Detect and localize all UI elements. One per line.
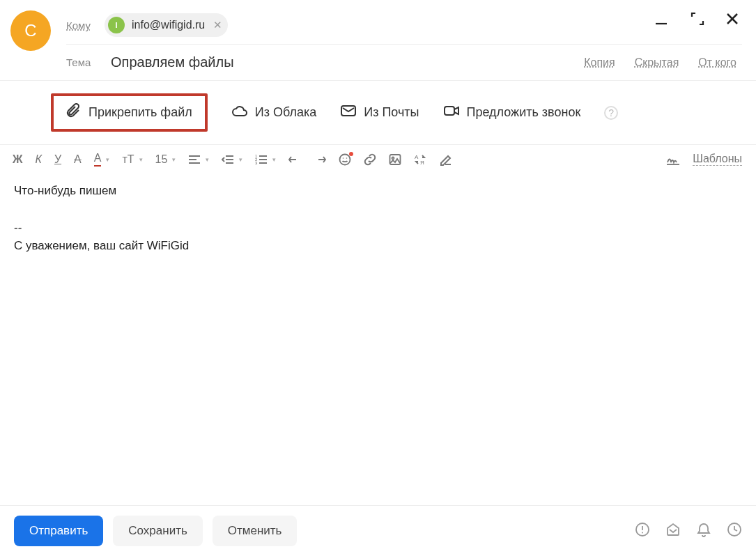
close-icon[interactable]	[725, 12, 739, 26]
svg-point-19	[346, 157, 348, 159]
redo-button[interactable]	[314, 154, 326, 165]
translate-button[interactable]: AЯ	[414, 153, 426, 166]
bold-button[interactable]: Ж	[13, 153, 22, 166]
priority-icon[interactable]	[635, 522, 650, 540]
undo-button[interactable]	[288, 154, 301, 165]
read-receipt-icon[interactable]	[665, 522, 681, 540]
reminder-icon[interactable]	[696, 522, 711, 540]
svg-text:Я: Я	[420, 160, 424, 166]
propose-call-label: Предложить звонок	[467, 105, 581, 120]
image-button[interactable]	[389, 153, 401, 166]
italic-button[interactable]: К	[35, 153, 41, 166]
to-label[interactable]: Кому	[66, 20, 91, 31]
text-size-button[interactable]: тТ	[122, 153, 142, 166]
signature-text: С уважением, ваш сайт WiFiGid	[14, 237, 742, 255]
from-link[interactable]: От кого	[698, 56, 736, 69]
help-icon[interactable]: ?	[604, 106, 618, 120]
cloud-icon	[231, 103, 248, 122]
svg-text:A: A	[415, 154, 419, 160]
subject-label: Тема	[66, 56, 94, 68]
attach-mail-button[interactable]: Из Почты	[340, 103, 419, 122]
message-body[interactable]: Что-нибудь пишем -- С уважением, ваш сай…	[0, 173, 756, 484]
save-button[interactable]: Сохранить	[113, 516, 202, 546]
body-line: Что-нибудь пишем	[14, 182, 742, 200]
recipient-chip[interactable]: I info@wifigid.ru ✕	[105, 13, 228, 37]
cc-link[interactable]: Копия	[584, 56, 615, 69]
list-button[interactable]: 123	[255, 154, 276, 165]
fullscreen-icon[interactable]	[691, 12, 704, 26]
cancel-button[interactable]: Отменить	[213, 516, 298, 546]
recipient-email: info@wifigid.ru	[132, 19, 205, 31]
paperclip-icon	[66, 103, 82, 122]
svg-point-17	[340, 154, 350, 164]
mail-icon	[340, 103, 357, 122]
bcc-link[interactable]: Скрытая	[635, 56, 679, 69]
attach-mail-label: Из Почты	[364, 105, 419, 120]
attach-cloud-label: Из Облака	[255, 105, 317, 120]
attach-cloud-button[interactable]: Из Облака	[231, 103, 317, 122]
formatting-toolbar: Ж К У А А тТ 15 123 AЯ Шаблоны	[0, 145, 756, 173]
link-button[interactable]	[364, 153, 376, 166]
align-button[interactable]	[188, 154, 209, 165]
svg-point-28	[642, 532, 643, 534]
sender-avatar: С	[10, 10, 51, 51]
remove-recipient-icon[interactable]: ✕	[213, 19, 222, 31]
subject-input[interactable]	[109, 54, 584, 71]
svg-text:3: 3	[255, 161, 258, 165]
text-color-button[interactable]: А	[94, 152, 110, 167]
strike-button[interactable]: А	[74, 153, 82, 166]
clear-format-button[interactable]	[439, 153, 452, 166]
attach-file-label: Прикрепить файл	[88, 105, 192, 120]
signature-icon[interactable]	[666, 154, 680, 165]
templates-button[interactable]: Шаблоны	[693, 153, 742, 166]
video-call-icon	[443, 103, 460, 122]
indent-button[interactable]	[222, 154, 242, 165]
minimize-icon[interactable]	[654, 11, 670, 26]
send-button[interactable]: Отправить	[14, 516, 103, 546]
schedule-icon[interactable]	[727, 522, 742, 540]
svg-point-21	[392, 157, 394, 159]
font-size-value[interactable]: 15	[155, 153, 176, 166]
emoji-button[interactable]	[339, 153, 351, 166]
attach-file-button[interactable]: Прикрепить файл	[51, 93, 208, 132]
signature-separator: --	[14, 219, 742, 237]
propose-call-button[interactable]: Предложить звонок	[443, 103, 581, 122]
underline-button[interactable]: У	[54, 153, 61, 166]
svg-point-18	[343, 157, 344, 159]
recipient-avatar: I	[108, 17, 125, 33]
svg-rect-4	[445, 107, 454, 115]
